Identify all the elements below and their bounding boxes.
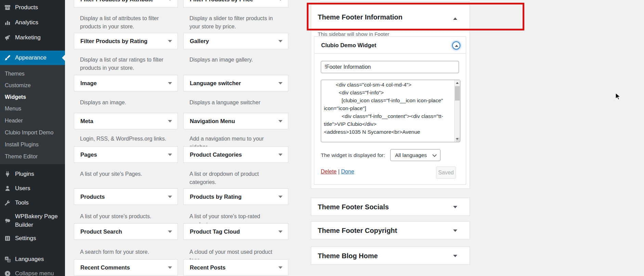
widget-card-filter-products-by-attribute[interactable]: Filter Products by Attribute <box>74 0 178 8</box>
plugins-icon <box>4 171 11 178</box>
sidebar-item-appearance[interactable]: Appearance <box>0 51 65 65</box>
widget-card-title: Navigation Menu <box>190 118 235 124</box>
widget-action-links: Delete | Done <box>321 169 354 175</box>
widget-card-title: Recent Posts <box>190 264 226 271</box>
collapse-menu-button[interactable]: Collapse menu <box>0 267 65 276</box>
users-icon <box>4 185 11 192</box>
chevron-down-icon <box>453 229 457 232</box>
widget-card-title: Recent Comments <box>80 264 130 271</box>
sidebar-item-clubio-import-demo[interactable]: Clubio Import Demo <box>0 127 65 139</box>
widget-card-gallery[interactable]: Gallery <box>183 33 288 49</box>
sidebar-item-analytics[interactable]: Analytics <box>0 16 65 29</box>
appearance-submenu: Themes Customize Widgets Menus Header Cl… <box>0 65 65 164</box>
sidebar-item-menus[interactable]: Menus <box>0 103 65 115</box>
active-menu-notch <box>62 55 65 61</box>
sidebar-item-customize[interactable]: Customize <box>0 80 65 91</box>
sidebar-item-wpbakery[interactable]: WPBakery Page Builder <box>0 211 65 230</box>
widget-card-recent-comments[interactable]: Recent Comments <box>74 259 178 276</box>
chevron-down-icon <box>278 196 282 198</box>
sidebar-item-install-plugins[interactable]: Install Plugins <box>0 139 65 150</box>
done-link[interactable]: Done <box>341 169 354 174</box>
theme-footer-socials-panel[interactable]: Theme Footer Socials <box>311 198 470 216</box>
widget-card-description: Login, RSS, & WordPress.org links. <box>80 135 174 143</box>
chevron-down-icon <box>168 0 172 1</box>
admin-sidebar: Products Analytics Marketing Appearance … <box>0 0 65 276</box>
chevron-down-icon <box>168 154 172 156</box>
delete-link[interactable]: Delete <box>321 169 337 174</box>
widget-card-title: Gallery <box>190 38 209 44</box>
sidebar-item-settings[interactable]: Settings <box>0 232 65 245</box>
panel-title: Theme Footer Information <box>318 13 403 21</box>
widget-card-description: Display a list of star ratings to filter… <box>80 56 174 72</box>
tools-icon <box>4 199 11 206</box>
analytics-icon <box>4 19 11 26</box>
sidebar-item-label: Marketing <box>15 34 41 41</box>
sidebar-item-header[interactable]: Header <box>0 115 65 127</box>
widget-card-filter-products-by-price[interactable]: Filter Products by Price <box>183 0 288 8</box>
chevron-down-icon <box>168 40 172 42</box>
widget-card-title: Image <box>80 80 97 87</box>
scroll-up-arrow-icon[interactable] <box>455 80 460 86</box>
chevron-down-icon <box>278 82 282 84</box>
collapse-widget-button[interactable] <box>452 41 460 50</box>
widget-card-meta[interactable]: Meta <box>74 113 178 129</box>
widget-card-title: Filter Products by Price <box>190 0 253 2</box>
displayed-for-label: The widget is displayed for: <box>321 152 385 158</box>
panel-title: Theme Footer Copyright <box>318 226 397 234</box>
widget-card-description: A list or dropdown of product categories… <box>189 170 284 186</box>
sidebar-item-marketing[interactable]: Marketing <box>0 31 65 44</box>
sidebar-item-label: Users <box>15 185 30 192</box>
scrollbar-thumb[interactable] <box>455 86 460 101</box>
widget-card-filter-products-by-rating[interactable]: Filter Products by Rating <box>74 33 178 49</box>
sidebar-item-label: Collapse menu <box>15 270 54 276</box>
widget-title-field[interactable] <box>321 61 459 73</box>
theme-blog-home-panel[interactable]: Theme Blog Home <box>311 247 470 265</box>
collapse-panel-icon[interactable] <box>453 17 457 20</box>
language-select[interactable]: All languages <box>390 149 441 161</box>
chevron-down-icon <box>278 266 282 269</box>
chevron-up-icon <box>455 45 458 47</box>
sidebar-item-widgets[interactable]: Widgets <box>0 91 65 103</box>
saved-button[interactable]: Saved <box>436 167 456 179</box>
chevron-down-icon <box>168 266 172 269</box>
widget-card-product-tag-cloud[interactable]: Product Tag Cloud <box>183 223 288 240</box>
sidebar-item-themes[interactable]: Themes <box>0 68 65 80</box>
theme-footer-copyright-panel[interactable]: Theme Footer Copyright <box>311 221 470 239</box>
sidebar-item-label: Tools <box>15 199 29 206</box>
mouse-cursor <box>615 93 623 102</box>
chevron-down-icon <box>453 255 457 257</box>
sidebar-item-tools[interactable]: Tools <box>0 196 65 210</box>
widget-card-pages[interactable]: Pages <box>74 146 178 163</box>
sidebar-item-plugins[interactable]: Plugins <box>0 167 65 181</box>
widget-card-product-categories[interactable]: Product Categories <box>183 146 288 163</box>
widget-card-title: Product Categories <box>190 152 242 158</box>
widget-card-description: A search form for your store. <box>80 248 174 256</box>
widget-content-textarea[interactable]: <div class="col-sm-4 col-md-4"> <div cla… <box>321 80 460 142</box>
widget-card-product-search[interactable]: Product Search <box>74 223 178 240</box>
language-select-value: All languages <box>395 152 427 158</box>
chevron-down-icon <box>168 82 172 84</box>
widget-card-title: Products by Rating <box>190 194 241 200</box>
panel-title: Theme Footer Socials <box>318 203 389 211</box>
sidebar-item-products[interactable]: Products <box>0 1 65 14</box>
sidebar-item-languages[interactable]: A Languages <box>0 252 65 266</box>
textarea-scrollbar[interactable] <box>454 80 460 142</box>
clubio-demo-widget: Clubio Demo Widget <div class="col-sm-4 … <box>314 36 466 185</box>
textarea-resize-grip[interactable] <box>456 138 460 142</box>
sidebar-item-label: Analytics <box>15 19 38 26</box>
widget-card-navigation-menu[interactable]: Navigation Menu <box>183 113 288 129</box>
widget-card-title: Filter Products by Attribute <box>80 0 153 2</box>
widget-card-title: Product Tag Cloud <box>190 228 240 235</box>
widget-card-description: A list of your store's products. <box>80 212 174 221</box>
chevron-down-icon <box>453 206 457 208</box>
widget-card-language-switcher[interactable]: Language switcher <box>183 75 288 91</box>
widget-card-title: Language switcher <box>190 80 241 87</box>
widget-card-products[interactable]: Products <box>74 188 178 205</box>
widget-card-title: Pages <box>80 152 97 158</box>
sidebar-item-users[interactable]: Users <box>0 182 65 195</box>
sidebar-item-theme-editor[interactable]: Theme Editor <box>0 151 65 162</box>
widget-card-products-by-rating[interactable]: Products by Rating <box>183 188 288 205</box>
widget-card-recent-posts[interactable]: Recent Posts <box>183 259 288 276</box>
clubio-demo-widget-header[interactable]: Clubio Demo Widget <box>314 37 466 54</box>
widget-card-image[interactable]: Image <box>74 75 178 91</box>
